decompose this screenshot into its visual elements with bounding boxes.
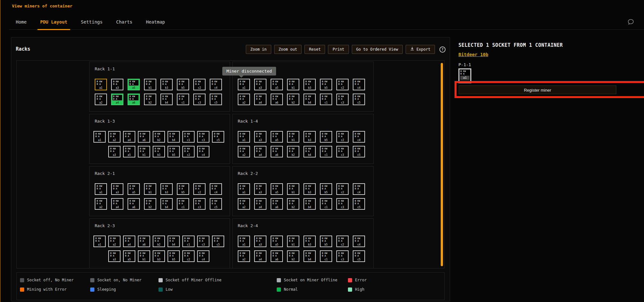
socket-rack-1-3-b5[interactable]: 0 KW 0 Ab5 <box>168 146 180 157</box>
socket-rack-1-3-b2[interactable]: 0 KW 0 Ab2 <box>153 131 165 143</box>
register-miner-button[interactable]: Register miner <box>459 86 616 94</box>
socket-rack-1-4-a5[interactable]: 0 KW 0 Aa5 <box>271 131 283 143</box>
socket-rack-1-2-c3[interactable]: 0 KW 0 Ac3 <box>336 94 349 105</box>
socket-rack-2-2-a5[interactable]: 0 KW 0 Aa5 <box>271 183 283 195</box>
socket-rack-2-3-a6[interactable]: 0 KW 0 Aa6 <box>138 236 150 247</box>
socket-rack-2-2-c3[interactable]: 0 KW 0 Ac3 <box>336 198 349 210</box>
socket-rack-1-1-a2[interactable]: 0 KW 0 Aa2 <box>95 94 107 105</box>
socket-rack-2-2-c2[interactable]: 0 KW 0 Ac2 <box>336 183 349 195</box>
socket-rack-1-4-a1[interactable]: 0 KW 0 Aa1 <box>238 131 250 143</box>
socket-rack-1-3-a2[interactable]: 0 KW 0 Aa2 <box>108 131 120 143</box>
socket-rack-1-1-a6[interactable]: 0 KW 0 Aa6 <box>128 94 140 105</box>
chat-bubble-icon[interactable] <box>627 18 634 25</box>
socket-rack-2-1-a1[interactable]: 0 KW 0 Aa1 <box>95 183 107 195</box>
socket-rack-1-1-c2[interactable]: 0 KW 0 Ac2 <box>193 79 206 90</box>
socket-rack-2-1-a3[interactable]: 0 KW 0 Aa3 <box>111 183 123 195</box>
socket-rack-1-3-b3[interactable]: 0 KW 0 Ab3 <box>153 146 165 157</box>
socket-rack-1-1-a5[interactable]: 0 KW 0 Aa5 <box>128 79 140 90</box>
vertical-scrollbar[interactable] <box>441 63 443 266</box>
socket-rack-2-4-b2[interactable]: 0 KW 0 Ab2 <box>287 250 299 262</box>
socket-rack-1-3-c4[interactable]: 0 KW 0 Ac4 <box>197 146 209 157</box>
socket-rack-1-4-c4[interactable]: 0 KW 0 Ac4 <box>353 131 365 143</box>
socket-rack-2-2-b1[interactable]: 0 KW 0 Ab1 <box>287 183 299 195</box>
tab-charts[interactable]: Charts <box>109 19 139 29</box>
socket-rack-2-1-b5[interactable]: 0 KW 0 Ab5 <box>177 183 189 195</box>
socket-rack-2-3-b3[interactable]: 0 KW 0 Ab3 <box>153 250 165 262</box>
socket-rack-1-4-b4[interactable]: 0 KW 0 Ab4 <box>303 146 316 157</box>
socket-rack-1-2-b5[interactable]: 0 KW 0 Ab5 <box>320 79 332 90</box>
socket-rack-2-3-b1[interactable]: 0 KW 0 Ab1 <box>138 250 150 262</box>
socket-rack-2-3-c1[interactable]: 0 KW 0 Ac1 <box>182 236 195 247</box>
socket-rack-1-2-b1[interactable]: 0 KW 0 Ab1 <box>287 79 299 90</box>
socket-rack-2-1-a2[interactable]: 0 KW 0 Aa2 <box>95 198 107 210</box>
socket-rack-2-2-b3[interactable]: 0 KW 0 Ab3 <box>303 183 316 195</box>
socket-rack-2-1-b3[interactable]: 0 KW 0 Ab3 <box>160 183 173 195</box>
socket-rack-1-1-b3[interactable]: 0 KW 0 Ab3 <box>160 79 173 90</box>
reset-button[interactable]: Reset <box>304 45 325 54</box>
socket-rack-2-2-b2[interactable]: 0 KW 0 Ab2 <box>287 198 299 210</box>
socket-rack-1-2-b4[interactable]: 0 KW 0 Ab4 <box>303 94 316 105</box>
socket-rack-1-4-a2[interactable]: 0 KW 0 Aa2 <box>238 146 250 157</box>
socket-rack-2-2-c1[interactable]: 0 KW 0 Ac1 <box>320 198 332 210</box>
socket-rack-1-2-a6[interactable]: 0 KW 0 Aa6 <box>271 94 283 105</box>
tab-heatmap[interactable]: Heatmap <box>139 19 172 29</box>
print-button[interactable]: Print <box>328 45 349 54</box>
socket-rack-2-1-b2[interactable]: 0 KW 0 Ab2 <box>144 198 156 210</box>
socket-rack-1-2-c5[interactable]: 0 KW 0 Ac5 <box>353 94 365 105</box>
socket-rack-1-2-b3[interactable]: 0 KW 0 Ab3 <box>303 79 316 90</box>
socket-rack-1-4-b5[interactable]: 0 KW 0 Ab5 <box>320 131 332 143</box>
socket-rack-2-2-b5[interactable]: 0 KW 0 Ab5 <box>320 183 332 195</box>
socket-rack-1-1-a4[interactable]: 0 KW 0 Aa4 <box>111 94 123 105</box>
socket-rack-2-3-a5[interactable]: 0 KW 0 Aa5 <box>123 250 135 262</box>
socket-rack-1-3-c5[interactable]: 0 KW 0 Ac5 <box>212 131 224 143</box>
socket-rack-2-1-c5[interactable]: 0 KW 0 Ac5 <box>210 198 222 210</box>
socket-rack-1-3-b4[interactable]: 0 KW 0 Ab4 <box>168 131 180 143</box>
socket-rack-1-3-a3[interactable]: 0 KW 0 Aa3 <box>108 146 120 157</box>
socket-rack-2-1-c4[interactable]: 0 KW 0 Ac4 <box>210 183 222 195</box>
socket-rack-1-2-a1[interactable]: 0 KW 0 Aa1 <box>238 79 250 90</box>
socket-rack-2-2-b4[interactable]: 0 KW 0 Ab4 <box>303 198 316 210</box>
socket-rack-1-2-a3[interactable]: 0 KW 0 Aa3 <box>254 79 266 90</box>
container-link[interactable]: Bitdeer 10b <box>458 52 488 57</box>
socket-rack-2-3-a2[interactable]: 0 KW 0 Aa2 <box>108 236 120 247</box>
socket-rack-1-4-a6[interactable]: 0 KW 0 Aa6 <box>271 146 283 157</box>
socket-rack-2-2-a3[interactable]: 0 KW 0 Aa3 <box>254 183 266 195</box>
socket-rack-2-1-a5[interactable]: 0 KW 0 Aa5 <box>128 183 140 195</box>
socket-rack-2-4-c4[interactable]: 0 KW 0 Ac4 <box>353 236 365 247</box>
socket-rack-1-4-a3[interactable]: 0 KW 0 Aa3 <box>254 131 266 143</box>
socket-rack-1-1-b1[interactable]: 0 KW 0 Ab1 <box>144 79 156 90</box>
socket-rack-1-2-b2[interactable]: 0 KW 0 Ab2 <box>287 94 299 105</box>
socket-rack-2-3-a1[interactable]: 0 KW 0 Aa1 <box>93 236 106 247</box>
socket-rack-2-1-c1[interactable]: 0 KW 0 Ac1 <box>177 198 189 210</box>
socket-rack-2-4-a5[interactable]: 0 KW 0 Aa5 <box>271 236 283 247</box>
socket-rack-2-3-c3[interactable]: 0 KW 0 Ac3 <box>197 236 209 247</box>
socket-rack-1-4-a4[interactable]: 0 KW 0 Aa4 <box>254 146 266 157</box>
socket-rack-2-4-b3[interactable]: 0 KW 0 Ab3 <box>303 236 316 247</box>
socket-rack-1-1-a1[interactable]: 0 KW 0 Aa1 <box>95 79 107 90</box>
socket-rack-2-4-c5[interactable]: 0 KW 0 Ac5 <box>353 250 365 262</box>
socket-rack-1-2-c4[interactable]: 0 KW 0 Ac4 <box>353 79 365 90</box>
socket-rack-1-3-c3[interactable]: 0 KW 0 Ac3 <box>197 131 209 143</box>
socket-rack-1-1-c4[interactable]: 0 KW 0 Ac4 <box>210 79 222 90</box>
socket-rack-2-1-c2[interactable]: 0 KW 0 Ac2 <box>193 183 206 195</box>
socket-rack-1-1-b4[interactable]: 0 KW 0 Ab4 <box>160 94 173 105</box>
socket-rack-1-3-a5[interactable]: 0 KW 0 Aa5 <box>123 146 135 157</box>
help-icon[interactable]: ? <box>439 46 446 53</box>
socket-rack-2-4-c3[interactable]: 0 KW 0 Ac3 <box>336 250 349 262</box>
socket-rack-2-2-c5[interactable]: 0 KW 0 Ac5 <box>353 198 365 210</box>
socket-rack-1-2-c1[interactable]: 0 KW 0 Ac1 <box>320 94 332 105</box>
socket-rack-2-2-a4[interactable]: 0 KW 0 Aa4 <box>254 198 266 210</box>
socket-rack-2-3-b2[interactable]: 0 KW 0 Ab2 <box>153 236 165 247</box>
socket-rack-2-3-a4[interactable]: 0 KW 0 Aa4 <box>123 236 135 247</box>
socket-rack-2-4-a3[interactable]: 0 KW 0 Aa3 <box>254 236 266 247</box>
socket-rack-2-1-c3[interactable]: 0 KW 0 Ac3 <box>193 198 206 210</box>
socket-rack-1-1-b5[interactable]: 0 KW 0 Ab5 <box>177 79 189 90</box>
socket-rack-1-3-a6[interactable]: 0 KW 0 Aa6 <box>138 131 150 143</box>
socket-rack-2-2-c4[interactable]: 0 KW 0 Ac4 <box>353 183 365 195</box>
socket-rack-1-4-c1[interactable]: 0 KW 0 Ac1 <box>320 146 332 157</box>
socket-rack-2-1-b1[interactable]: 0 KW 0 Ab1 <box>144 183 156 195</box>
socket-rack-2-1-b4[interactable]: 0 KW 0 Ab4 <box>160 198 173 210</box>
socket-rack-1-1-c5[interactable]: 0 KW 0 Ac5 <box>210 94 222 105</box>
socket-rack-2-4-a2[interactable]: 0 KW 0 Aa2 <box>238 250 250 262</box>
socket-rack-1-4-c5[interactable]: 0 KW 0 Ac5 <box>353 146 365 157</box>
